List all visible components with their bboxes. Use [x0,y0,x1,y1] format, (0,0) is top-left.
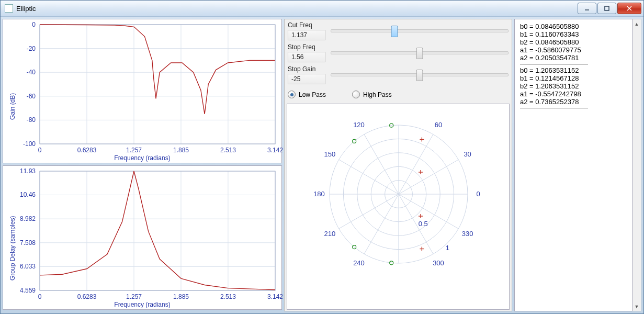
svg-text:180: 180 [313,190,325,198]
svg-text:2.513: 2.513 [220,293,236,300]
cut-freq-value[interactable]: 1.137 [288,30,325,40]
svg-line-66 [364,134,399,194]
scroll-up-icon[interactable]: ▲ [633,19,641,28]
stop-gain-value[interactable]: -25 [288,74,325,84]
polezero-svg: 030601201501802102403003300.51 [287,104,510,284]
gain-ylabel: Gain (dB) [9,93,16,119]
controls-column: Cut Freq 1.137 Stop Freq 1.56 [284,19,512,311]
svg-text:1.257: 1.257 [126,293,142,300]
content: 00.62831.2571.8852.5133.1420-20-40-60-80… [1,17,643,313]
stop-freq-label: Stop Freq [288,43,325,51]
svg-rect-1 [605,6,609,10]
svg-text:-40: -40 [27,69,36,76]
svg-text:0.5: 0.5 [419,220,428,228]
radio-dot-icon [288,91,296,98]
stop-freq-slider[interactable] [331,46,509,60]
svg-text:7.508: 7.508 [20,239,36,246]
highpass-radio[interactable]: High Pass [352,91,392,98]
coef-line: b2 = 0.0846505880 [520,38,627,46]
delay-chart[interactable]: 00.62831.2571.8852.5133.14211.9310.468.9… [3,165,282,310]
coef-line: b0 = 1.2063531152 [520,66,627,74]
svg-rect-28 [40,25,275,144]
svg-text:-100: -100 [23,140,36,148]
delay-chart-svg: 00.62831.2571.8852.5133.14211.9310.468.9… [3,166,283,310]
svg-text:60: 60 [435,121,442,129]
svg-text:0: 0 [38,293,42,300]
stop-gain-slider[interactable] [331,68,509,82]
gain-chart-svg: 00.62831.2571.8852.5133.1420-20-40-60-80… [3,19,283,164]
svg-text:1.257: 1.257 [126,147,142,154]
coef-scrollbar[interactable]: ▲ ▼ [632,19,641,311]
svg-text:1.885: 1.885 [173,293,189,300]
lowpass-radio[interactable]: Low Pass [288,91,326,98]
polezero-chart[interactable]: 030601201501802102403003300.51 [287,104,510,310]
svg-text:2.513: 2.513 [220,147,236,154]
app-icon [5,4,13,13]
coefficients-column: b0 = 0.0846505880b1 = 0.1160763343b2 = 0… [514,19,641,311]
svg-text:120: 120 [353,121,365,129]
svg-text:1: 1 [446,244,449,252]
coefficients-panel[interactable]: b0 = 0.0846505880b1 = 0.1160763343b2 = 0… [514,19,632,311]
coef-divider [520,108,588,108]
maximize-icon [604,5,610,12]
svg-text:240: 240 [353,259,365,267]
svg-rect-53 [40,171,275,290]
svg-text:330: 330 [462,230,473,238]
minimize-button[interactable] [578,3,596,14]
stop-freq-thumb[interactable] [416,48,423,59]
cut-freq-slider[interactable] [331,24,509,38]
stop-gain-label: Stop Gain [288,65,325,73]
svg-text:6.033: 6.033 [20,263,36,270]
svg-text:3.142: 3.142 [267,147,283,154]
cut-freq-label: Cut Freq [288,21,325,29]
maximize-button[interactable] [597,3,616,14]
stop-freq-value[interactable]: 1.56 [288,52,325,62]
gain-chart[interactable]: 00.62831.2571.8852.5133.1420-20-40-60-80… [3,19,282,163]
coef-line: a1 = -0.5547242798 [520,90,627,98]
filter-type-row: Low Pass High Pass [285,88,512,102]
app-window: Elliptic 00.62831.2571.8852.5133.1420-20… [0,0,644,314]
svg-line-63 [399,134,433,194]
coef-line: b1 = 0.1160763343 [520,30,627,38]
coef-line: b2 = 1.2063531152 [520,82,627,90]
svg-text:10.46: 10.46 [20,191,36,198]
svg-line-77 [399,194,433,254]
scroll-down-icon[interactable]: ▼ [633,302,641,311]
svg-text:4.559: 4.559 [20,287,36,294]
svg-text:-80: -80 [27,116,36,124]
svg-text:0.6283: 0.6283 [77,147,97,154]
coef-line: a2 = 0.2050354781 [520,54,627,62]
highpass-label: High Pass [363,91,392,98]
stop-gain-thumb[interactable] [416,70,423,81]
stop-freq-row: Stop Freq 1.56 [288,43,509,62]
coef-line: b0 = 0.0846505880 [520,23,627,30]
coef-line: a2 = 0.7365252378 [520,98,627,106]
svg-text:3.142: 3.142 [267,293,283,300]
cut-freq-thumb[interactable] [391,26,398,37]
coef-line: a1 = -0.5860079775 [520,46,627,54]
svg-text:210: 210 [324,230,336,238]
svg-text:300: 300 [433,259,444,267]
delay-xlabel: Frequency (radians) [3,301,281,308]
delay-ylabel: Group Delay (samples) [9,216,16,281]
svg-text:1.885: 1.885 [173,147,189,154]
svg-text:0: 0 [38,147,42,154]
close-button[interactable] [617,3,641,14]
svg-line-72 [339,194,399,229]
svg-text:0.6283: 0.6283 [77,293,97,300]
svg-line-61 [399,160,458,194]
svg-text:11.93: 11.93 [20,167,36,175]
close-icon [626,5,632,12]
svg-text:150: 150 [324,150,336,158]
titlebar[interactable]: Elliptic [1,1,643,17]
svg-line-79 [399,194,458,229]
minimize-icon [584,5,590,12]
svg-line-74 [364,194,399,254]
lowpass-label: Low Pass [299,91,326,98]
charts-column: 00.62831.2571.8852.5133.1420-20-40-60-80… [3,19,282,311]
window-controls [578,3,641,14]
parameter-controls: Cut Freq 1.137 Stop Freq 1.56 [285,19,512,88]
cut-freq-row: Cut Freq 1.137 [288,21,509,40]
polar-wrap: 030601201501802102403003300.51 [285,102,512,311]
stop-gain-row: Stop Gain -25 [288,65,509,84]
